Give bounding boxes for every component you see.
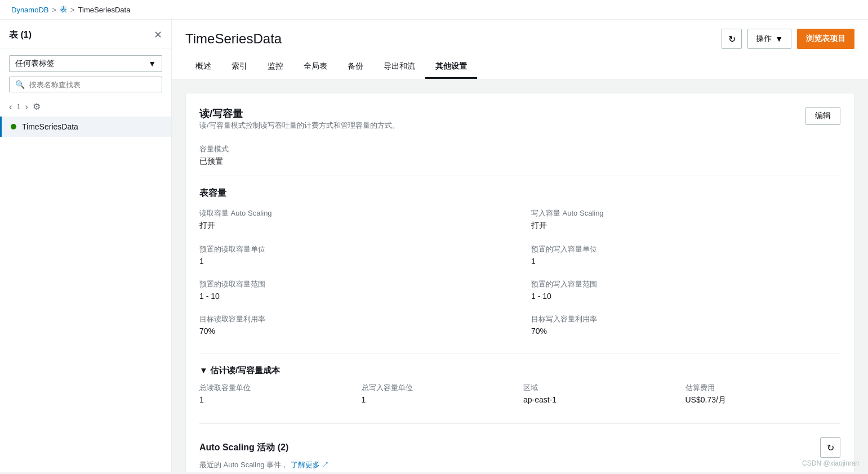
autoscaling-header: Auto Scaling 活动 (2) ↻ bbox=[199, 437, 840, 458]
total-read-group: 总读取容量单位 1 bbox=[199, 383, 355, 405]
utilization-row: 目标读取容量利用率 70% 目标写入容量利用率 70% bbox=[199, 314, 840, 345]
autoscaling-refresh-button[interactable]: ↻ bbox=[820, 437, 840, 458]
main-title-row: TimeSeriesData ↻ 操作 ▼ 浏览表项目 bbox=[185, 29, 854, 56]
sidebar-header: 表 (1) ✕ bbox=[0, 20, 171, 48]
capacity-mode-label: 容量模式 bbox=[199, 144, 840, 154]
write-range-label: 预置的写入容量范围 bbox=[531, 279, 840, 289]
actions-button[interactable]: 操作 ▼ bbox=[747, 29, 791, 49]
capacity-range-row: 预置的读取容量范围 1 - 10 预置的写入容量范围 1 - 10 bbox=[199, 279, 840, 310]
read-write-title-group: 读/写容量 读/写容量模式控制读写吞吐量的计费方式和管理容量的方式。 bbox=[199, 107, 399, 142]
actions-label: 操作 bbox=[756, 34, 772, 44]
refresh-button[interactable]: ↻ bbox=[722, 29, 742, 49]
autoscaling-learn-more-link[interactable]: 了解更多 ↗ bbox=[291, 460, 330, 469]
external-link-icon: ↗ bbox=[322, 460, 329, 469]
tag-select-label: 任何表标签 bbox=[15, 59, 55, 69]
tab-monitor[interactable]: 监控 bbox=[257, 56, 293, 79]
sidebar: 表 (1) ✕ 任何表标签 ▼ 🔍 ‹ 1 › ⚙ TimeSeriesData bbox=[0, 20, 172, 472]
tab-global[interactable]: 全局表 bbox=[293, 56, 337, 79]
estimate-title: ▼ 估计读/写容量成本 bbox=[199, 365, 280, 376]
table-item-name: TimeSeriesData bbox=[22, 122, 78, 131]
breadcrumb-current: TimeSeriesData bbox=[78, 6, 131, 14]
pagination-number: 1 bbox=[16, 102, 20, 111]
autoscaling-section: Auto Scaling 活动 (2) ↻ 最近的 Auto Scaling 事… bbox=[199, 437, 840, 470]
tabs: 概述 索引 监控 全局表 备份 导出和流 其他设置 bbox=[185, 56, 854, 79]
pagination-prev-button[interactable]: ‹ bbox=[9, 102, 12, 112]
page-title: TimeSeriesData bbox=[185, 31, 282, 47]
table-status-dot bbox=[11, 124, 16, 129]
region-label: 区域 bbox=[523, 383, 679, 393]
read-range-group: 预置的读取容量范围 1 - 10 bbox=[199, 279, 509, 301]
estimate-toggle[interactable]: ▼ 估计读/写容量成本 bbox=[199, 365, 840, 376]
search-input[interactable] bbox=[29, 81, 156, 89]
settings-icon-button[interactable]: ⚙ bbox=[33, 101, 41, 112]
provisioned-read-group: 预置的读取容量单位 1 bbox=[199, 244, 509, 266]
actions-chevron-icon: ▼ bbox=[775, 34, 783, 43]
write-auto-scaling-label: 写入容量 Auto Scaling bbox=[531, 208, 840, 218]
tag-select-dropdown[interactable]: 任何表标签 ▼ bbox=[9, 55, 162, 72]
provisioned-write-label: 预置的写入容量单位 bbox=[531, 244, 840, 254]
header-actions: ↻ 操作 ▼ 浏览表项目 bbox=[722, 29, 854, 49]
sidebar-pagination: ‹ 1 › ⚙ bbox=[0, 99, 171, 117]
total-read-value: 1 bbox=[199, 395, 355, 404]
cost-group: 估算费用 US$0.73/月 bbox=[686, 383, 841, 405]
capacity-mode-group: 容量模式 已预置 bbox=[199, 144, 840, 167]
edit-button[interactable]: 编辑 bbox=[805, 107, 840, 125]
content-area: 读/写容量 读/写容量模式控制读写吞吐量的计费方式和管理容量的方式。 编辑 容量… bbox=[172, 79, 868, 472]
read-range-value: 1 - 10 bbox=[199, 292, 509, 301]
table-item[interactable]: TimeSeriesData bbox=[0, 117, 171, 137]
breadcrumb: DynamoDB > 表 > TimeSeriesData bbox=[0, 0, 868, 20]
breadcrumb-dynamodb[interactable]: DynamoDB bbox=[11, 6, 48, 14]
region-group: 区域 ap-east-1 bbox=[523, 383, 679, 405]
estimate-grid: 总读取容量单位 1 总写入容量单位 1 区域 ap-east-1 估算费用 bbox=[199, 383, 840, 414]
sidebar-close-button[interactable]: ✕ bbox=[154, 29, 162, 41]
write-util-label: 目标写入容量利用率 bbox=[531, 314, 840, 324]
tab-settings[interactable]: 其他设置 bbox=[425, 56, 477, 79]
write-util-group: 目标写入容量利用率 70% bbox=[531, 314, 840, 336]
tab-overview[interactable]: 概述 bbox=[185, 56, 221, 79]
divider-2 bbox=[199, 354, 840, 354]
provisioned-capacity-row: 预置的读取容量单位 1 预置的写入容量单位 1 bbox=[199, 244, 840, 275]
pagination-next-button[interactable]: › bbox=[25, 102, 28, 112]
write-auto-scaling-group: 写入容量 Auto Scaling 打开 bbox=[531, 208, 840, 231]
search-box: 🔍 bbox=[9, 77, 162, 92]
write-range-value: 1 - 10 bbox=[531, 292, 840, 301]
tab-export[interactable]: 导出和流 bbox=[373, 56, 425, 79]
tab-backup[interactable]: 备份 bbox=[337, 56, 373, 79]
tab-index[interactable]: 索引 bbox=[221, 56, 257, 79]
read-auto-scaling-group: 读取容量 Auto Scaling 打开 bbox=[199, 208, 509, 231]
sidebar-controls: 任何表标签 ▼ 🔍 bbox=[0, 48, 171, 99]
breadcrumb-sep2: > bbox=[70, 6, 75, 14]
breadcrumb-sep1: > bbox=[52, 6, 56, 14]
read-auto-scaling-label: 读取容量 Auto Scaling bbox=[199, 208, 509, 218]
estimate-section: ▼ 估计读/写容量成本 总读取容量单位 1 总写入容量单位 1 区域 bbox=[199, 365, 840, 414]
provisioned-read-label: 预置的读取容量单位 bbox=[199, 244, 509, 254]
capacity-mode-value: 已预置 bbox=[199, 156, 840, 167]
total-read-label: 总读取容量单位 bbox=[199, 383, 355, 393]
sidebar-title: 表 (1) bbox=[9, 29, 32, 41]
write-auto-scaling-value: 打开 bbox=[531, 221, 840, 231]
write-range-group: 预置的写入容量范围 1 - 10 bbox=[531, 279, 840, 301]
autoscaling-desc: 最近的 Auto Scaling 事件， 了解更多 ↗ bbox=[199, 460, 840, 470]
read-write-desc: 读/写容量模式控制读写吞吐量的计费方式和管理容量的方式。 bbox=[199, 120, 399, 131]
total-write-label: 总写入容量单位 bbox=[362, 383, 517, 393]
main-content: TimeSeriesData ↻ 操作 ▼ 浏览表项目 概述 索引 监控 全局表… bbox=[172, 20, 868, 472]
divider-1 bbox=[199, 176, 840, 176]
read-range-label: 预置的读取容量范围 bbox=[199, 279, 509, 289]
autoscaling-title: Auto Scaling 活动 (2) bbox=[199, 442, 288, 454]
learn-more-text: 了解更多 bbox=[291, 460, 320, 469]
table-capacity-title: 表容量 bbox=[199, 187, 840, 199]
watermark: CSDN @xiaojinran bbox=[802, 459, 859, 467]
read-write-card: 读/写容量 读/写容量模式控制读写吞吐量的计费方式和管理容量的方式。 编辑 容量… bbox=[185, 93, 854, 472]
total-write-value: 1 bbox=[362, 395, 517, 404]
breadcrumb-tables[interactable]: 表 bbox=[60, 5, 67, 15]
provisioned-read-value: 1 bbox=[199, 257, 509, 266]
browse-items-button[interactable]: 浏览表项目 bbox=[797, 29, 854, 49]
write-util-value: 70% bbox=[531, 327, 840, 336]
main-header: TimeSeriesData ↻ 操作 ▼ 浏览表项目 概述 索引 监控 全局表… bbox=[172, 20, 868, 79]
read-write-title: 读/写容量 bbox=[199, 107, 399, 120]
read-auto-scaling-value: 打开 bbox=[199, 221, 509, 231]
total-write-group: 总写入容量单位 1 bbox=[362, 383, 517, 405]
read-util-value: 70% bbox=[199, 327, 509, 336]
autoscaling-desc-text: 最近的 Auto Scaling 事件， bbox=[199, 460, 288, 469]
search-icon: 🔍 bbox=[15, 80, 25, 89]
